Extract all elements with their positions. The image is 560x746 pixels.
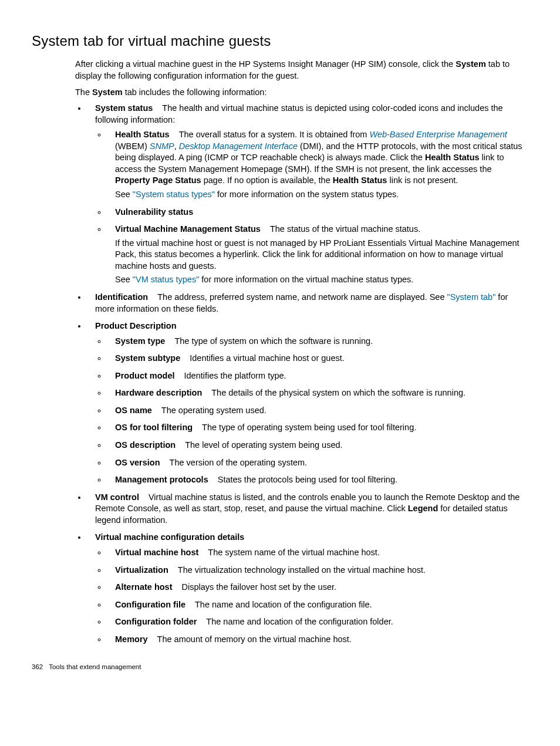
link-system-tab[interactable]: "System tab": [447, 292, 496, 302]
term-vm-control: VM control: [95, 492, 139, 502]
term-vulnerability-status: Vulnerability status: [115, 207, 193, 217]
footer-title: Tools that extend management: [49, 663, 141, 670]
list-item: Management protocolsStates the protocols…: [107, 474, 525, 486]
vmms-paragraph: If the virtual machine host or guest is …: [115, 238, 525, 272]
list-item-system-status: System statusThe health and virtual mach…: [87, 103, 525, 286]
list-item-identification: IdentificationThe address, preferred sys…: [87, 292, 525, 315]
list-item-vm-management-status: Virtual Machine Management StatusThe sta…: [107, 224, 525, 286]
body-content: After clicking a virtual machine guest i…: [75, 59, 525, 645]
list-item: VirtualizationThe virtualization technol…: [107, 565, 525, 576]
list-item-vm-config-details: Virtual machine configuration details Vi…: [87, 532, 525, 645]
term-vm-config-details: Virtual machine configuration details: [95, 532, 244, 542]
term-vm-management-status: Virtual Machine Management Status: [115, 224, 261, 234]
list-item: OS versionThe version of the operating s…: [107, 457, 525, 469]
list-item-vulnerability-status: Vulnerability status: [107, 207, 525, 218]
intro-paragraph-1: After clicking a virtual machine guest i…: [75, 59, 525, 82]
page-number: 362: [32, 663, 43, 670]
list-item: OS nameThe operating system used.: [107, 405, 525, 417]
link-system-status-types[interactable]: "System status types": [133, 190, 215, 199]
link-dmi[interactable]: Desktop Management Interface: [179, 141, 298, 151]
list-item: Alternate hostDisplays the failover host…: [107, 582, 525, 593]
list-item: Configuration fileThe name and location …: [107, 599, 525, 611]
list-item: OS descriptionThe level of operating sys…: [107, 440, 525, 451]
term-identification: Identification: [95, 292, 148, 302]
link-vm-status-types[interactable]: "VM status types": [133, 275, 199, 284]
list-item: Product modelIdentifies the platform typ…: [107, 370, 525, 382]
list-item: System subtypeIdentifies a virtual machi…: [107, 353, 525, 364]
list-item-health-status: Health StatusThe overall status for a sy…: [107, 129, 525, 200]
link-wbem[interactable]: Web-Based Enterprise Management: [369, 130, 507, 139]
page-footer: 362Tools that extend management: [32, 663, 525, 672]
list-item-product-description: Product Description System typeThe type …: [87, 320, 525, 486]
see-vm-status-types: See "VM status types" for more informati…: [115, 274, 525, 286]
term-health-status: Health Status: [115, 130, 170, 139]
intro-paragraph-2: The System tab includes the following in…: [75, 87, 525, 99]
term-system-status: System status: [95, 103, 153, 113]
list-item: Hardware descriptionThe details of the p…: [107, 387, 525, 399]
list-item: Virtual machine hostThe system name of t…: [107, 547, 525, 559]
list-item: OS for tool filteringThe type of operati…: [107, 422, 525, 434]
list-item: System typeThe type of system on which t…: [107, 336, 525, 347]
page-heading: System tab for virtual machine guests: [32, 32, 525, 50]
list-item-vm-control: VM controlVirtual machine status is list…: [87, 492, 525, 526]
see-system-status-types: See "System status types" for more infor…: [115, 189, 525, 201]
list-item: Configuration folderThe name and locatio…: [107, 616, 525, 628]
list-item: MemoryThe amount of memory on the virtua…: [107, 634, 525, 646]
term-product-description: Product Description: [95, 321, 177, 330]
link-snmp[interactable]: SNMP: [150, 141, 174, 151]
